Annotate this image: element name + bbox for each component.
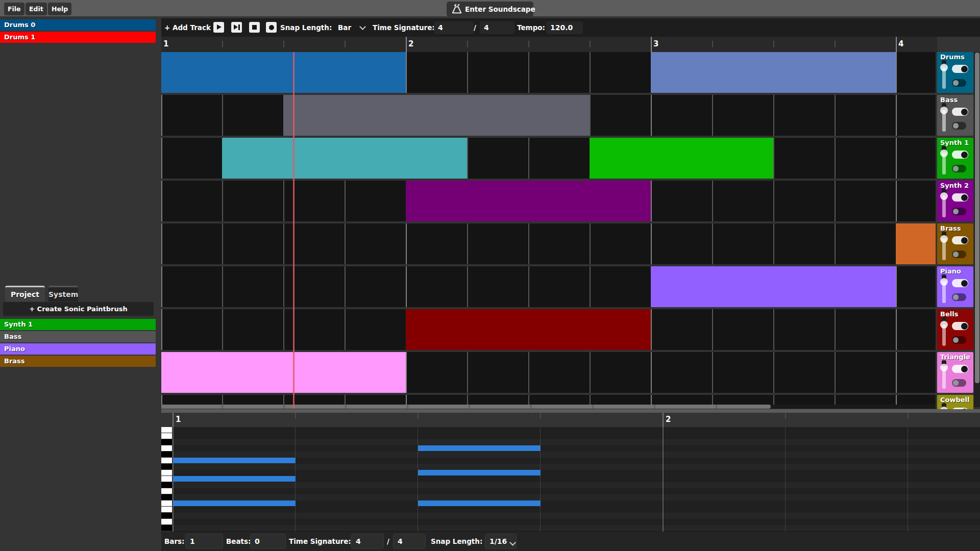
track-header[interactable]: Bells bbox=[937, 309, 973, 350]
edit-menu-button[interactable]: Edit bbox=[26, 3, 47, 15]
track-header[interactable]: Synth 1 bbox=[937, 138, 973, 179]
horizontal-scrollbar[interactable] bbox=[161, 405, 936, 409]
time-signature-denominator-field[interactable]: 4 bbox=[480, 21, 514, 34]
tab-project[interactable]: Project bbox=[5, 286, 45, 302]
paintbrush-item[interactable]: Bass bbox=[0, 331, 156, 342]
piano-key-black[interactable] bbox=[161, 513, 172, 518]
bars-field[interactable]: 1 bbox=[185, 534, 223, 549]
piano-roll-row[interactable] bbox=[172, 427, 980, 433]
piano-roll-row[interactable] bbox=[172, 519, 980, 525]
track-lane[interactable] bbox=[161, 181, 936, 221]
track-toggle-on[interactable] bbox=[952, 151, 968, 159]
piano-roll-row[interactable] bbox=[172, 513, 980, 519]
piano-key-white[interactable] bbox=[161, 470, 172, 475]
sidebar-track-item[interactable]: Drums 0 bbox=[0, 19, 156, 31]
piano-key-black[interactable] bbox=[161, 525, 172, 531]
piano-note[interactable] bbox=[418, 470, 541, 475]
track-volume-slider-knob[interactable] bbox=[940, 278, 948, 286]
clip[interactable] bbox=[222, 138, 467, 179]
piano-roll-row[interactable] bbox=[172, 464, 980, 470]
horizontal-scrollbar-thumb[interactable] bbox=[161, 405, 771, 409]
piano-key-white[interactable] bbox=[161, 507, 172, 512]
piano-roll-row[interactable] bbox=[172, 439, 980, 445]
clip[interactable] bbox=[161, 52, 406, 93]
track-volume-slider-knob[interactable] bbox=[940, 192, 948, 200]
track-lane[interactable] bbox=[161, 309, 936, 350]
track-lane[interactable] bbox=[161, 352, 936, 393]
track-toggle-on[interactable] bbox=[952, 108, 968, 116]
track-toggle-on[interactable] bbox=[952, 365, 968, 373]
track-toggle-on[interactable] bbox=[952, 193, 968, 202]
vertical-scrollbar[interactable] bbox=[974, 52, 980, 407]
help-menu-button[interactable]: Help bbox=[48, 3, 71, 15]
paintbrush-item[interactable]: Brass bbox=[0, 356, 156, 367]
track-toggle-on[interactable] bbox=[952, 65, 968, 73]
track-toggle-off[interactable] bbox=[952, 165, 966, 172]
piano-key-white[interactable] bbox=[161, 476, 172, 482]
piano-key-black[interactable] bbox=[161, 482, 172, 488]
clip[interactable] bbox=[590, 138, 773, 179]
track-volume-slider-knob[interactable] bbox=[940, 321, 948, 329]
track-toggle-on[interactable] bbox=[952, 322, 968, 330]
clip[interactable] bbox=[161, 352, 406, 393]
tempo-field[interactable]: 120.0 bbox=[546, 21, 583, 34]
piano-roll-row[interactable] bbox=[172, 445, 980, 452]
piano-roll-row[interactable] bbox=[172, 482, 980, 488]
piano-note[interactable] bbox=[173, 500, 296, 506]
track-toggle-off[interactable] bbox=[952, 251, 966, 258]
pr-ts-numerator-field[interactable]: 4 bbox=[351, 534, 384, 549]
piano-roll-row[interactable] bbox=[172, 470, 980, 476]
clip[interactable] bbox=[896, 223, 936, 264]
piano-key-black[interactable] bbox=[161, 494, 172, 500]
vertical-scrollbar-thumb[interactable] bbox=[975, 53, 979, 383]
track-volume-slider-knob[interactable] bbox=[940, 235, 948, 243]
track-toggle-off[interactable] bbox=[952, 336, 966, 344]
track-volume-slider-knob[interactable] bbox=[940, 364, 948, 371]
track-lane[interactable] bbox=[161, 138, 936, 179]
piano-key-white[interactable] bbox=[161, 445, 172, 451]
track-header[interactable]: Brass bbox=[937, 223, 973, 264]
file-menu-button[interactable]: File bbox=[4, 3, 24, 15]
track-header[interactable]: Triangle bbox=[937, 352, 973, 393]
piano-key-white[interactable] bbox=[161, 488, 172, 494]
track-toggle-off[interactable] bbox=[952, 79, 966, 87]
tab-system[interactable]: System bbox=[48, 286, 78, 302]
track-volume-slider-knob[interactable] bbox=[940, 64, 948, 71]
clip[interactable] bbox=[283, 95, 590, 136]
piano-key-white[interactable] bbox=[161, 427, 172, 433]
pr-ts-denominator-field[interactable]: 4 bbox=[393, 534, 426, 549]
piano-key-white[interactable] bbox=[161, 519, 172, 524]
track-lane[interactable] bbox=[161, 266, 936, 307]
piano-note[interactable] bbox=[418, 500, 541, 506]
play-from-start-button[interactable] bbox=[231, 22, 242, 33]
track-volume-slider-knob[interactable] bbox=[940, 107, 948, 114]
track-toggle-off[interactable] bbox=[952, 293, 966, 301]
play-button[interactable] bbox=[213, 22, 224, 33]
piano-roll-row[interactable] bbox=[172, 488, 980, 494]
track-lane[interactable] bbox=[161, 52, 936, 93]
piano-key-white[interactable] bbox=[161, 458, 172, 463]
create-sonic-paintbrush-button[interactable]: + Create Sonic Paintbrush bbox=[3, 302, 154, 316]
piano-roll-row[interactable] bbox=[172, 507, 980, 513]
track-lane[interactable] bbox=[161, 95, 936, 136]
track-header[interactable]: Synth 2 bbox=[937, 181, 973, 221]
sidebar-track-item[interactable]: Drums 1 bbox=[0, 32, 156, 43]
track-volume-slider-knob[interactable] bbox=[940, 149, 948, 157]
track-toggle-off[interactable] bbox=[952, 379, 966, 387]
paintbrush-item[interactable]: Synth 1 bbox=[0, 319, 156, 330]
snap-length-chevron-icon[interactable] bbox=[359, 23, 366, 30]
track-toggle-on[interactable] bbox=[952, 279, 968, 287]
piano-note[interactable] bbox=[418, 445, 541, 451]
track-lane[interactable] bbox=[161, 223, 936, 264]
time-signature-numerator-field[interactable]: 4 bbox=[434, 21, 474, 34]
playhead[interactable] bbox=[293, 52, 295, 409]
piano-note[interactable] bbox=[173, 476, 296, 482]
enter-soundscape-button[interactable]: Enter Soundscape bbox=[447, 2, 533, 17]
snap-length-value[interactable]: Bar bbox=[338, 18, 351, 37]
piano-roll-grid[interactable] bbox=[161, 427, 980, 532]
stop-button[interactable] bbox=[249, 22, 260, 33]
clip[interactable] bbox=[651, 52, 896, 93]
clip[interactable] bbox=[406, 309, 651, 350]
clip[interactable] bbox=[651, 266, 896, 307]
track-toggle-off[interactable] bbox=[952, 122, 966, 130]
